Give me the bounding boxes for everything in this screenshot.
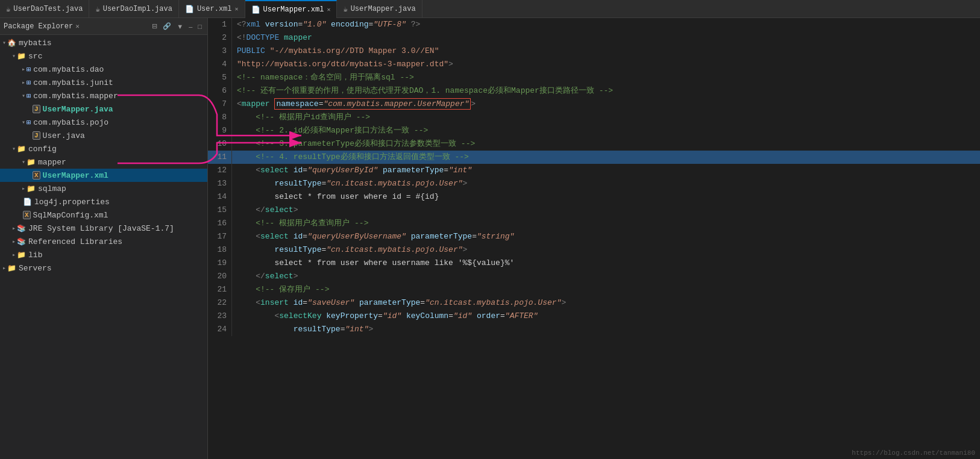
maximize-button[interactable]: □ xyxy=(196,22,204,31)
tree-item-icon-project: 🏠 xyxy=(7,39,16,48)
line-content[interactable]: </select> xyxy=(232,204,980,217)
tree-item-icon-xml: X xyxy=(33,171,40,180)
tree-item-lib[interactable]: ▸📁lib xyxy=(0,248,207,261)
tab-label-3: UserMapper.xml xyxy=(263,5,324,14)
line-content[interactable]: <!-- 还有一个很重要的作用，使用动态代理开发DAO，1. namespace… xyxy=(232,84,980,98)
line-content[interactable]: <!-- 4. resultType必须和接口方法返回值类型一致 --> xyxy=(232,151,980,164)
tree-item-icon-library: 📚 xyxy=(17,224,26,233)
line-number: 3 xyxy=(208,45,232,58)
tree-item-sqlmap[interactable]: ▸📁sqlmap xyxy=(0,182,207,195)
tab-UserMapper-java[interactable]: ☕UserMapper.java xyxy=(337,0,422,18)
sidebar: Package Explorer ✕ ⊟ 🔗 ▼ – □ ▾🏠mybatis▾📁… xyxy=(0,18,208,459)
tree-item-label: UserMapper.java xyxy=(43,105,205,114)
tab-label-4: UserMapper.java xyxy=(351,5,416,13)
tree-item-com-mybatis-mapper[interactable]: ▾⊞com.mybatis.mapper xyxy=(0,89,207,102)
line-content[interactable]: select * from user where id = #{id} xyxy=(232,190,980,204)
line-content[interactable]: <!-- namespace：命名空间，用于隔离sql --> xyxy=(232,71,980,84)
line-content[interactable]: <selectKey keyProperty="id" keyColumn="i… xyxy=(232,310,980,323)
line-content[interactable]: <!-- 根据用户名查询用户 --> xyxy=(232,217,980,230)
collapse-all-button[interactable]: ⊟ xyxy=(150,22,159,31)
tab-icon-4: ☕ xyxy=(343,5,347,14)
tree-item-icon-folder: 📁 xyxy=(27,158,36,167)
tree-item-jre[interactable]: ▸📚JRE System Library [JavaSE-1.7] xyxy=(0,222,207,235)
expand-arrow: ▸ xyxy=(22,185,25,192)
line-content[interactable]: </select> xyxy=(232,270,980,283)
tree-item-com-mybatis-pojo[interactable]: ▾⊞com.mybatis.pojo xyxy=(0,116,207,129)
line-number: 2 xyxy=(208,31,232,45)
tree-item-label: com.mybatis.mapper xyxy=(33,92,205,101)
tree-item-label: log4j.properties xyxy=(34,198,205,207)
line-content[interactable]: <?xml version="1.0" encoding="UTF-8" ?> xyxy=(232,18,980,31)
line-number: 23 xyxy=(208,310,232,323)
tree-item-label: com.mybatis.pojo xyxy=(33,118,205,127)
tab-bar: ☕UserDaoTest.java☕UserDaoImpl.java📄User.… xyxy=(0,0,980,18)
line-content[interactable]: resultType="int"> xyxy=(232,323,980,336)
line-content[interactable]: <select id="queryUserByUsername" paramet… xyxy=(232,230,980,243)
watermark: https://blog.csdn.net/tanmani80 xyxy=(852,449,975,457)
line-content[interactable]: <!-- 保存用户 --> xyxy=(232,283,980,296)
line-content[interactable]: resultType="cn.itcast.mybatis.pojo.User"… xyxy=(232,243,980,257)
tree-item-Servers[interactable]: ▸📁Servers xyxy=(0,261,207,275)
line-number: 7 xyxy=(208,98,232,111)
line-content[interactable]: <!DOCTYPE mapper xyxy=(232,31,980,45)
tree: ▾🏠mybatis▾📁src▸⊞com.mybatis.dao▸⊞com.myb… xyxy=(0,35,207,459)
line-content[interactable]: <mapper namespace="com.mybatis.mapper.Us… xyxy=(232,98,980,111)
tree-item-mapper[interactable]: ▾📁mapper xyxy=(0,155,207,169)
tree-item-UserMapper-xml[interactable]: XUserMapper.xml xyxy=(0,169,207,182)
tree-item-icon-folder: 📁 xyxy=(17,251,26,260)
line-content[interactable]: <!-- 3. parameterType必须和接口方法参数类型一致 --> xyxy=(232,137,980,151)
tab-label-0: UserDaoTest.java xyxy=(13,5,83,13)
tree-item-label: mapper xyxy=(38,158,205,167)
tree-item-label: lib xyxy=(28,251,205,260)
tree-item-User-java[interactable]: JUser.java xyxy=(0,129,207,142)
minimize-button[interactable]: – xyxy=(187,22,194,31)
line-content[interactable]: select * from user where username like '… xyxy=(232,257,980,270)
tree-item-log4j-properties[interactable]: 📄log4j.properties xyxy=(0,195,207,208)
code-line-14: 14 select * from user where id = #{id} xyxy=(208,190,980,204)
code-line-15: 15 </select> xyxy=(208,204,980,217)
line-content[interactable]: PUBLIC "-//mybatis.org//DTD Mapper 3.0//… xyxy=(232,45,980,58)
tab-UserDaoTest-java[interactable]: ☕UserDaoTest.java xyxy=(0,0,89,18)
view-menu-button[interactable]: ▼ xyxy=(175,22,185,31)
tree-item-label: SqlMapConfig.xml xyxy=(33,211,205,220)
tree-item-label: mybatis xyxy=(19,39,205,48)
tree-item-com-mybatis-junit[interactable]: ▸⊞com.mybatis.junit xyxy=(0,76,207,89)
line-content[interactable]: <select id="queryUserById" parameterType… xyxy=(232,164,980,177)
line-content[interactable]: <!-- 根据用户id查询用户 --> xyxy=(232,111,980,124)
code-line-8: 8 <!-- 根据用户id查询用户 --> xyxy=(208,111,980,124)
tree-item-label: JRE System Library [JavaSE-1.7] xyxy=(28,224,205,233)
tree-item-SqlMapConfig-xml[interactable]: XSqlMapConfig.xml xyxy=(0,208,207,222)
expand-arrow: ▸ xyxy=(12,251,16,258)
tree-item-config[interactable]: ▾📁config xyxy=(0,142,207,155)
tab-label-2: User.xml xyxy=(197,5,232,13)
sidebar-actions: ⊟ 🔗 ▼ – □ xyxy=(150,22,204,31)
tab-icon-0: ☕ xyxy=(6,5,10,14)
line-number: 5 xyxy=(208,71,232,84)
tree-item-reflibs[interactable]: ▸📚Referenced Libraries xyxy=(0,235,207,248)
code-line-7: 7<mapper namespace="com.mybatis.mapper.U… xyxy=(208,98,980,111)
line-content[interactable]: <!-- 2. id必须和Mapper接口方法名一致 --> xyxy=(232,124,980,137)
code-line-24: 24 resultType="int"> xyxy=(208,323,980,336)
line-content[interactable]: "http://mybatis.org/dtd/mybatis-3-mapper… xyxy=(232,58,980,71)
package-explorer-close-hint[interactable]: ✕ xyxy=(75,22,80,30)
tab-close-2[interactable]: ✕ xyxy=(235,5,239,13)
line-content[interactable]: <insert id="saveUser" parameterType="cn.… xyxy=(232,296,980,310)
link-with-editor-button[interactable]: 🔗 xyxy=(161,22,173,31)
tree-item-mybatis[interactable]: ▾🏠mybatis xyxy=(0,36,207,49)
tab-UserDaoImpl-java[interactable]: ☕UserDaoImpl.java xyxy=(89,0,178,18)
line-number: 17 xyxy=(208,230,232,243)
tree-item-label: config xyxy=(28,145,205,154)
tree-item-src[interactable]: ▾📁src xyxy=(0,49,207,63)
code-line-2: 2<!DOCTYPE mapper xyxy=(208,31,980,45)
tree-item-UserMapper-java[interactable]: JUserMapper.java xyxy=(0,102,207,116)
tree-item-com-mybatis-dao[interactable]: ▸⊞com.mybatis.dao xyxy=(0,63,207,76)
line-content[interactable]: resultType="cn.itcast.mybatis.pojo.User"… xyxy=(232,177,980,190)
code-line-20: 20 </select> xyxy=(208,270,980,283)
tab-User-xml[interactable]: 📄User.xml✕ xyxy=(179,0,245,18)
tab-close-3[interactable]: ✕ xyxy=(327,6,330,13)
tree-item-label: Servers xyxy=(19,264,205,273)
tab-UserMapper-xml[interactable]: 📄UserMapper.xml✕ xyxy=(245,0,338,18)
code-line-16: 16 <!-- 根据用户名查询用户 --> xyxy=(208,217,980,230)
tab-icon-3: 📄 xyxy=(251,5,260,14)
line-number: 20 xyxy=(208,270,232,283)
